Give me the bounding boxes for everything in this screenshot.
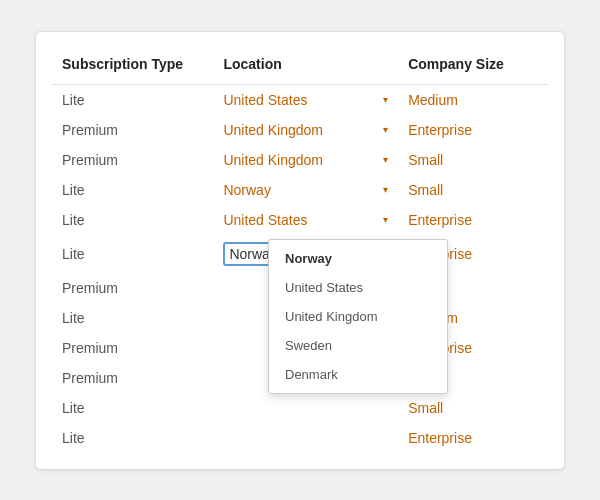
subscription-cell: Premium	[52, 115, 213, 145]
subscription-cell: Lite	[52, 423, 213, 453]
subscription-cell: Premium	[52, 333, 213, 363]
subscription-cell: Lite	[52, 235, 213, 273]
size-cell: Enterprise	[398, 205, 548, 235]
subscription-cell: Premium	[52, 273, 213, 303]
size-cell: Enterprise	[398, 423, 548, 453]
table-row: LiteUnited States▾Medium	[52, 84, 548, 115]
dropdown-arrow-icon: ▾	[383, 214, 388, 225]
size-cell: Enterprise	[398, 115, 548, 145]
table-row: LiteUnited States▾Enterprise	[52, 205, 548, 235]
subscription-cell: Premium	[52, 363, 213, 393]
location-cell[interactable]	[213, 423, 398, 453]
header-size: Company Size	[398, 48, 548, 85]
dropdown-option[interactable]: United Kingdom	[269, 302, 447, 331]
dropdown-option[interactable]: United States	[269, 273, 447, 302]
subscription-cell: Lite	[52, 393, 213, 423]
size-cell: Small	[398, 145, 548, 175]
subscription-cell: Lite	[52, 303, 213, 333]
table-container: Subscription Type Location Company Size …	[35, 31, 565, 470]
location-dropdown: NorwayUnited StatesUnited KingdomSwedenD…	[268, 239, 448, 394]
subscription-cell: Lite	[52, 205, 213, 235]
header-location: Location	[213, 48, 398, 85]
dropdown-option[interactable]: Denmark	[269, 360, 447, 389]
table-row: LiteEnterprise	[52, 423, 548, 453]
subscription-cell: Lite	[52, 175, 213, 205]
size-cell: Small	[398, 175, 548, 205]
table-row: PremiumUnited Kingdom▾Enterprise	[52, 115, 548, 145]
location-cell[interactable]: United Kingdom▾	[213, 145, 398, 175]
header-subscription: Subscription Type	[52, 48, 213, 85]
table-row: LiteSmall	[52, 393, 548, 423]
location-cell[interactable]: United States▾	[213, 84, 398, 115]
location-cell[interactable]: United States▾	[213, 205, 398, 235]
location-cell[interactable]: Norway▾	[213, 175, 398, 205]
dropdown-option[interactable]: Sweden	[269, 331, 447, 360]
size-cell: Medium	[398, 84, 548, 115]
subscription-cell: Premium	[52, 145, 213, 175]
dropdown-arrow-icon: ▾	[383, 184, 388, 195]
size-cell: Small	[398, 393, 548, 423]
dropdown-arrow-icon: ▾	[383, 154, 388, 165]
table-row: LiteNorway▾Small	[52, 175, 548, 205]
dropdown-arrow-icon: ▾	[383, 94, 388, 105]
dropdown-arrow-icon: ▾	[383, 124, 388, 135]
location-cell[interactable]	[213, 393, 398, 423]
location-cell[interactable]: United Kingdom▾	[213, 115, 398, 145]
dropdown-option[interactable]: Norway	[269, 244, 447, 273]
table-row: PremiumUnited Kingdom▾Small	[52, 145, 548, 175]
subscription-cell: Lite	[52, 84, 213, 115]
